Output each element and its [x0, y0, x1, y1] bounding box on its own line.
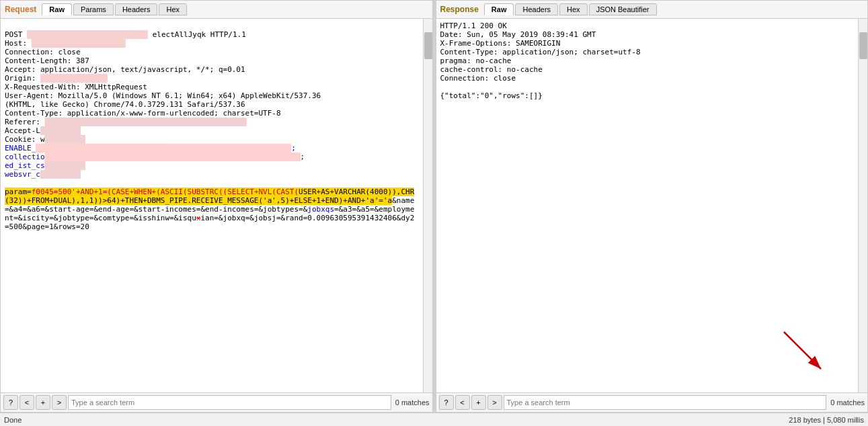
req-line-referer: Referer: ████████████████████: [5, 118, 247, 126]
request-title: Request: [5, 5, 36, 14]
tab-request-headers[interactable]: Headers: [115, 3, 158, 15]
response-add-button[interactable]: +: [471, 395, 486, 410]
request-help-button[interactable]: ?: [3, 395, 18, 410]
svg-line-1: [784, 332, 821, 369]
response-scrollbar[interactable]: [858, 19, 867, 392]
response-prev-button[interactable]: <: [455, 395, 470, 410]
status-size: 218 bytes | 5,080 millis: [789, 416, 864, 424]
status-bar: Done 218 bytes | 5,080 millis: [0, 413, 868, 426]
request-next-button[interactable]: >: [52, 395, 67, 410]
response-next-button[interactable]: >: [487, 395, 502, 410]
req-line-content-length: Content-Length: 387: [5, 56, 89, 65]
req-line-connection: Connection: close: [5, 48, 81, 56]
response-header: Response Raw Headers Hex JSON Beautifier: [436, 1, 868, 19]
request-footer: ? < + > 0 matches: [1, 392, 432, 412]
request-content[interactable]: POST ███████████████████████ electAllJyq…: [1, 19, 423, 392]
request-prev-button[interactable]: <: [19, 395, 34, 410]
req-line-post: POST ███████████████████████ electAllJyq…: [5, 30, 246, 39]
request-panel: Request Raw Params Headers Hex POST ████…: [0, 0, 433, 413]
req-line-xrw: X-Requested-With: XMLHttpRequest: [5, 83, 147, 91]
request-search-input[interactable]: [68, 395, 391, 410]
request-tabs: Raw Params Headers Hex: [42, 3, 187, 15]
req-line-accept-l: Accept-L████: [5, 126, 81, 135]
response-content[interactable]: HTTP/1.1 200 OK Date: Sun, 05 May 2019 0…: [436, 19, 859, 392]
req-line-origin: Origin: █████: [5, 74, 108, 83]
tab-response-headers[interactable]: Headers: [515, 3, 558, 15]
status-done: Done: [4, 416, 789, 424]
response-title: Response: [440, 5, 479, 14]
req-line-collection: collectio█████████████████████████████;: [5, 153, 305, 161]
response-panel: Response Raw Headers Hex JSON Beautifier…: [436, 0, 869, 413]
response-help-button[interactable]: ?: [439, 395, 454, 410]
req-line-host: Host: █████████: [5, 39, 126, 48]
req-line-websvr: websvr_c████: [5, 170, 81, 179]
req-line-cookie: Cookie: w████: [5, 135, 85, 144]
tab-response-hex[interactable]: Hex: [559, 3, 588, 15]
response-matches: 0 matches: [830, 398, 865, 407]
tab-request-raw[interactable]: Raw: [42, 3, 72, 15]
response-search-input[interactable]: [504, 395, 827, 410]
req-line-ed: ed_ist_cs████: [5, 161, 85, 170]
tab-request-params[interactable]: Params: [73, 3, 114, 15]
req-line-ua2: (KHTML, like Gecko) Chrome/74.0.3729.131…: [5, 100, 245, 109]
tab-response-json[interactable]: JSON Beautifier: [589, 3, 657, 15]
response-scroll-thumb[interactable]: [859, 32, 867, 59]
req-line-param: param=f0045=500'+AND+1=(CASE+WHEN+(ASCII…: [5, 187, 414, 205]
response-footer: ? < + > 0 matches: [436, 392, 868, 412]
request-body: POST ███████████████████████ electAllJyq…: [1, 19, 432, 392]
request-matches: 0 matches: [395, 398, 430, 407]
request-scroll-thumb[interactable]: [424, 32, 432, 59]
response-body: HTTP/1.1 200 OK Date: Sun, 05 May 2019 0…: [436, 19, 868, 392]
response-tabs: Raw Headers Hex JSON Beautifier: [484, 3, 657, 15]
req-line-accept: Accept: application/json, text/javascrip…: [5, 65, 245, 74]
request-scrollbar[interactable]: [423, 19, 432, 392]
tab-response-raw[interactable]: Raw: [484, 3, 514, 15]
req-line-ua: User-Agent: Mozilla/5.0 (Windows NT 6.1;…: [5, 91, 321, 100]
tab-request-hex[interactable]: Hex: [159, 3, 187, 15]
request-add-button[interactable]: +: [36, 395, 50, 410]
red-arrow: [777, 325, 831, 379]
req-line-enable: ENABLE_█████████████████████████████;: [5, 144, 296, 153]
req-line-ct: Content-Type: application/x-www-form-url…: [5, 109, 281, 118]
request-header: Request Raw Params Headers Hex: [1, 1, 432, 19]
